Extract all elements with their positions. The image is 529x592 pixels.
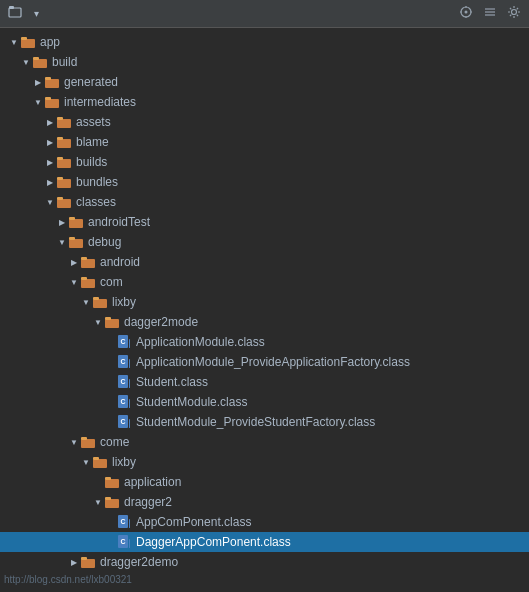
folder-icon	[44, 94, 60, 110]
node-label-generated: generated	[64, 75, 118, 89]
svg-rect-46	[129, 359, 130, 368]
tree-node-classes[interactable]: ▼ classes	[0, 192, 529, 212]
svg-text:C: C	[120, 338, 125, 345]
title-bar: ▾	[0, 0, 529, 28]
node-label-ApplicationModule: ApplicationModule.class	[136, 335, 265, 349]
tree-node-lixby2[interactable]: ▼ lixby	[0, 452, 529, 472]
node-label-DaggerAppComPonent: DaggerAppComPonent.class	[136, 535, 291, 549]
class-file-icon: C	[116, 394, 132, 410]
svg-rect-38	[93, 299, 107, 308]
node-label-dagger2mode: dagger2mode	[124, 315, 198, 329]
tree-node-DaggerAppComPonent[interactable]: C DaggerAppComPonent.class	[0, 532, 529, 552]
tree-arrow[interactable]: ▼	[68, 438, 80, 447]
svg-rect-69	[129, 539, 130, 548]
tree-node-blame[interactable]: ▶ blame	[0, 132, 529, 152]
tree-arrow[interactable]: ▼	[80, 298, 92, 307]
tree-node-debug[interactable]: ▼ debug	[0, 232, 529, 252]
svg-rect-26	[57, 179, 71, 188]
folder-icon	[56, 114, 72, 130]
tree-arrow[interactable]: ▶	[44, 178, 56, 187]
tree-arrow[interactable]: ▶	[44, 118, 56, 127]
tree-node-AppComPonent[interactable]: C AppComPonent.class	[0, 512, 529, 532]
tree-node-application[interactable]: application	[0, 472, 529, 492]
tree-arrow[interactable]: ▼	[92, 498, 104, 507]
tree-arrow[interactable]: ▶	[56, 218, 68, 227]
svg-rect-64	[105, 497, 111, 500]
tree-node-ApplicationModule[interactable]: C ApplicationModule.class	[0, 332, 529, 352]
folder-icon	[20, 34, 36, 50]
tree-node-ApplicationModuleFactory[interactable]: C ApplicationModule_ProvideApplicationFa…	[0, 352, 529, 372]
svg-rect-52	[129, 399, 130, 408]
tree-arrow[interactable]: ▼	[92, 318, 104, 327]
tree-node-androidTest[interactable]: ▶ androidTest	[0, 212, 529, 232]
tree-node-dragger2demo[interactable]: ▶ dragger2demo	[0, 552, 529, 572]
tree-arrow[interactable]: ▶	[68, 258, 80, 267]
locate-icon[interactable]	[459, 5, 473, 22]
tree-node-builds[interactable]: ▶ builds	[0, 152, 529, 172]
svg-rect-29	[57, 197, 63, 200]
tree-arrow[interactable]: ▼	[80, 458, 92, 467]
tree-arrow[interactable]: ▼	[20, 58, 32, 67]
tree-arrow[interactable]: ▼	[8, 38, 20, 47]
node-label-Student: Student.class	[136, 375, 208, 389]
project-tree[interactable]: ▼ app▼ build▶ generated▼ intermediates▶ …	[0, 28, 529, 592]
svg-rect-39	[93, 297, 99, 300]
settings-icon[interactable]	[507, 5, 521, 22]
svg-rect-27	[57, 177, 63, 180]
tree-node-android[interactable]: ▶ android	[0, 252, 529, 272]
node-label-blame: blame	[76, 135, 109, 149]
svg-text:C: C	[120, 378, 125, 385]
svg-rect-31	[69, 217, 75, 220]
class-file-icon: C	[116, 514, 132, 530]
svg-text:C: C	[120, 418, 125, 425]
node-label-lixby2: lixby	[112, 455, 136, 469]
folder-icon	[56, 194, 72, 210]
svg-rect-66	[129, 519, 130, 528]
folder-icon	[80, 254, 96, 270]
node-label-com: com	[100, 275, 123, 289]
tree-node-StudentModuleFactory[interactable]: C StudentModule_ProvideStudentFactory.cl…	[0, 412, 529, 432]
class-file-icon: C	[116, 374, 132, 390]
tree-node-dagger2mode[interactable]: ▼ dagger2mode	[0, 312, 529, 332]
svg-rect-12	[21, 39, 35, 48]
tree-node-assets[interactable]: ▶ assets	[0, 112, 529, 132]
tree-node-dragger2[interactable]: ▼ dragger2	[0, 492, 529, 512]
folder-icon	[44, 74, 60, 90]
svg-text:C: C	[120, 538, 125, 545]
tree-node-generated[interactable]: ▶ generated	[0, 72, 529, 92]
folder-icon	[104, 314, 120, 330]
tree-node-StudentModule[interactable]: C StudentModule.class	[0, 392, 529, 412]
title-bar-left: ▾	[8, 5, 39, 22]
svg-rect-35	[81, 257, 87, 260]
tree-arrow[interactable]: ▶	[44, 158, 56, 167]
svg-rect-25	[57, 157, 63, 160]
tree-node-com[interactable]: ▼ com	[0, 272, 529, 292]
svg-rect-28	[57, 199, 71, 208]
panel-dropdown-arrow[interactable]: ▾	[34, 8, 39, 19]
node-label-androidTest: androidTest	[88, 215, 150, 229]
folder-icon	[68, 234, 84, 250]
tree-node-come[interactable]: ▼ come	[0, 432, 529, 452]
node-label-classes: classes	[76, 195, 116, 209]
tree-arrow[interactable]: ▶	[32, 78, 44, 87]
node-label-build: build	[52, 55, 77, 69]
tree-arrow[interactable]: ▼	[68, 278, 80, 287]
node-label-StudentModuleFactory: StudentModule_ProvideStudentFactory.clas…	[136, 415, 375, 429]
svg-point-3	[465, 11, 468, 14]
tree-node-Student[interactable]: C Student.class	[0, 372, 529, 392]
tree-node-lixby[interactable]: ▼ lixby	[0, 292, 529, 312]
tree-arrow[interactable]: ▶	[44, 138, 56, 147]
svg-rect-22	[57, 139, 71, 148]
tree-node-build[interactable]: ▼ build	[0, 52, 529, 72]
svg-rect-41	[105, 317, 111, 320]
tree-arrow[interactable]: ▼	[44, 198, 56, 207]
collapse-icon[interactable]	[483, 5, 497, 22]
tree-arrow[interactable]: ▼	[56, 238, 68, 247]
tree-arrow[interactable]: ▼	[32, 98, 44, 107]
tree-node-intermediates[interactable]: ▼ intermediates	[0, 92, 529, 112]
tree-node-app[interactable]: ▼ app	[0, 32, 529, 52]
node-label-dragger2: dragger2	[124, 495, 172, 509]
tree-arrow[interactable]: ▶	[68, 558, 80, 567]
tree-node-bundles[interactable]: ▶ bundles	[0, 172, 529, 192]
svg-text:C: C	[120, 398, 125, 405]
